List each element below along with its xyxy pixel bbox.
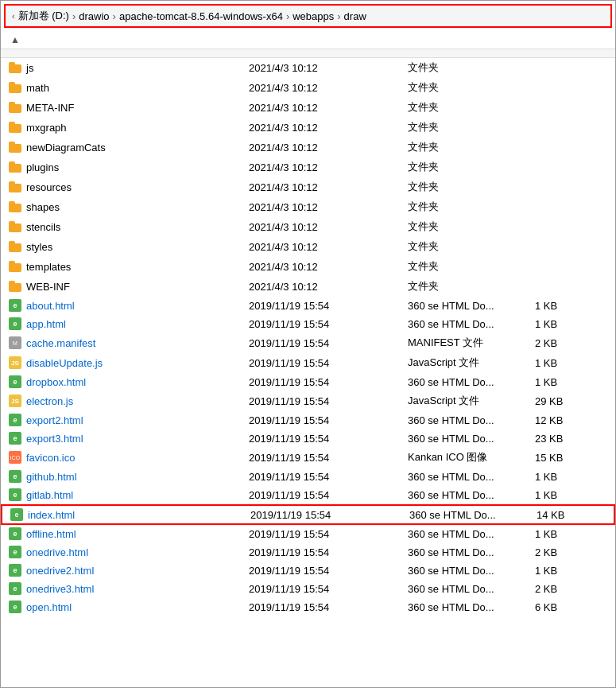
file-link[interactable]: disableUpdate.js — [26, 357, 103, 369]
file-name-cell: M cache.manifest — [7, 336, 246, 350]
file-link[interactable]: github.html — [26, 471, 77, 483]
file-size — [532, 206, 595, 208]
table-row[interactable]: e app.html 2019/11/19 15:54 360 se HTML … — [1, 315, 615, 333]
sort-up-icon[interactable]: ▲ — [7, 33, 23, 47]
table-row[interactable]: e open.html 2019/11/19 15:54 360 se HTML… — [1, 598, 615, 616]
js-icon: JS — [9, 356, 21, 369]
table-row[interactable]: e offline.html 2019/11/19 15:54 360 se H… — [1, 525, 615, 543]
table-row[interactable]: mxgraph 2021/4/3 10:12 文件夹 — [1, 118, 615, 138]
file-type: 360 se HTML Do... — [405, 375, 532, 389]
table-row[interactable]: e index.html 2019/11/19 15:54 360 se HTM… — [1, 504, 615, 525]
col-size[interactable] — [532, 52, 595, 55]
table-row[interactable]: JS disableUpdate.js 2019/11/19 15:54 Jav… — [1, 353, 615, 373]
table-row[interactable]: newDiagramCats 2021/4/3 10:12 文件夹 — [1, 138, 615, 157]
file-name-cell: e app.html — [7, 317, 246, 331]
breadcrumb-drawio[interactable]: drawio — [79, 10, 109, 22]
file-link[interactable]: gitlab.html — [26, 489, 73, 501]
table-row[interactable]: shapes 2021/4/3 10:12 文件夹 — [1, 197, 615, 217]
col-type[interactable] — [405, 52, 532, 55]
file-size: 1 KB — [532, 375, 595, 389]
file-link[interactable]: onedrive3.html — [26, 583, 94, 595]
file-type: 360 se HTML Do... — [406, 508, 533, 522]
table-row[interactable]: templates 2021/4/3 10:12 文件夹 — [1, 257, 615, 277]
file-name-cell: e onedrive3.html — [7, 581, 246, 596]
file-type: JavaScript 文件 — [405, 355, 532, 371]
table-row[interactable]: META-INF 2021/4/3 10:12 文件夹 — [1, 98, 615, 118]
file-link[interactable]: cache.manifest — [26, 337, 95, 349]
file-name-cell: META-INF — [7, 101, 246, 115]
html-icon: e — [9, 582, 21, 595]
file-link[interactable]: offline.html — [26, 528, 76, 540]
file-date: 2019/11/19 15:54 — [246, 582, 405, 596]
file-link[interactable]: export3.html — [26, 433, 83, 445]
file-date: 2021/4/3 10:12 — [246, 240, 405, 254]
file-size — [532, 146, 595, 148]
breadcrumb-draw[interactable]: draw — [344, 10, 366, 22]
table-row[interactable]: WEB-INF 2021/4/3 10:12 文件夹 — [1, 277, 615, 297]
file-link[interactable]: open.html — [26, 601, 72, 613]
file-type: 360 se HTML Do... — [405, 546, 532, 559]
file-link[interactable]: dropbox.html — [26, 376, 86, 388]
table-row[interactable]: e onedrive.html 2019/11/19 15:54 360 se … — [1, 543, 615, 562]
file-link[interactable]: favicon.ico — [26, 452, 75, 464]
folder-icon — [9, 241, 21, 252]
file-size: 1 KB — [532, 488, 595, 502]
file-name-cell: math — [7, 81, 246, 95]
table-row[interactable]: styles 2021/4/3 10:12 文件夹 — [1, 237, 615, 257]
col-date[interactable] — [246, 52, 405, 55]
file-link[interactable]: export2.html — [26, 414, 83, 426]
address-bar[interactable]: ‹ 新加卷 (D:) › drawio › apache-tomcat-8.5.… — [4, 4, 612, 28]
folder-icon — [9, 201, 21, 212]
file-date: 2021/4/3 10:12 — [246, 141, 405, 154]
file-link[interactable]: app.html — [26, 318, 66, 330]
file-date: 2019/11/19 15:54 — [246, 299, 405, 313]
file-link[interactable]: electron.js — [26, 395, 73, 407]
folder-name: META-INF — [26, 102, 74, 114]
html-icon: e — [9, 414, 21, 426]
file-size: 1 KB — [532, 527, 595, 541]
table-row[interactable]: M cache.manifest 2019/11/19 15:54 MANIFE… — [1, 333, 615, 353]
file-link[interactable]: about.html — [26, 300, 75, 312]
table-row[interactable]: ICO favicon.ico 2019/11/19 15:54 Kankan … — [1, 448, 615, 468]
table-row[interactable]: e gitlab.html 2019/11/19 15:54 360 se HT… — [1, 486, 615, 504]
file-type: 文件夹 — [405, 60, 532, 76]
file-date: 2021/4/3 10:12 — [246, 181, 405, 194]
col-name[interactable] — [7, 52, 246, 55]
table-row[interactable]: plugins 2021/4/3 10:12 文件夹 — [1, 157, 615, 177]
file-name-cell: ICO favicon.ico — [7, 450, 246, 464]
file-link[interactable]: onedrive.html — [26, 546, 88, 558]
table-row[interactable]: JS electron.js 2019/11/19 15:54 JavaScri… — [1, 391, 615, 411]
table-row[interactable]: js 2021/4/3 10:12 文件夹 — [1, 58, 615, 78]
file-name-cell: templates — [7, 260, 246, 274]
table-row[interactable]: e dropbox.html 2019/11/19 15:54 360 se H… — [1, 373, 615, 391]
file-size: 1 KB — [532, 470, 595, 484]
table-row[interactable]: e export2.html 2019/11/19 15:54 360 se H… — [1, 411, 615, 430]
file-size: 23 KB — [532, 432, 595, 445]
table-row[interactable]: math 2021/4/3 10:12 文件夹 — [1, 78, 615, 98]
table-row[interactable]: e export3.html 2019/11/19 15:54 360 se H… — [1, 430, 615, 448]
file-type: 文件夹 — [405, 199, 532, 215]
table-row[interactable]: e onedrive3.html 2019/11/19 15:54 360 se… — [1, 580, 615, 598]
file-date: 2019/11/19 15:54 — [246, 601, 405, 614]
file-size: 1 KB — [532, 564, 595, 577]
file-link[interactable]: onedrive2.html — [26, 565, 94, 577]
folder-name: js — [26, 62, 33, 74]
table-row[interactable]: e onedrive2.html 2019/11/19 15:54 360 se… — [1, 562, 615, 580]
file-name-cell: newDiagramCats — [7, 141, 246, 154]
file-date: 2019/11/19 15:54 — [246, 451, 405, 464]
breadcrumb-webapps[interactable]: webapps — [293, 10, 334, 22]
folder-icon — [9, 221, 21, 232]
file-name-cell: e onedrive.html — [7, 545, 246, 559]
table-row[interactable]: e github.html 2019/11/19 15:54 360 se HT… — [1, 468, 615, 486]
table-row[interactable]: stencils 2021/4/3 10:12 文件夹 — [1, 217, 615, 237]
breadcrumb-tomcat[interactable]: apache-tomcat-8.5.64-windows-x64 — [119, 10, 283, 22]
html-icon: e — [9, 470, 21, 483]
file-size: 12 KB — [532, 414, 595, 427]
file-size: 6 KB — [532, 601, 595, 614]
table-row[interactable]: e about.html 2019/11/19 15:54 360 se HTM… — [1, 297, 615, 315]
file-size — [532, 87, 595, 88]
file-type: 360 se HTML Do... — [405, 601, 532, 614]
breadcrumb-drive[interactable]: 新加卷 (D:) — [18, 9, 69, 23]
file-link[interactable]: index.html — [28, 509, 75, 521]
table-row[interactable]: resources 2021/4/3 10:12 文件夹 — [1, 177, 615, 197]
